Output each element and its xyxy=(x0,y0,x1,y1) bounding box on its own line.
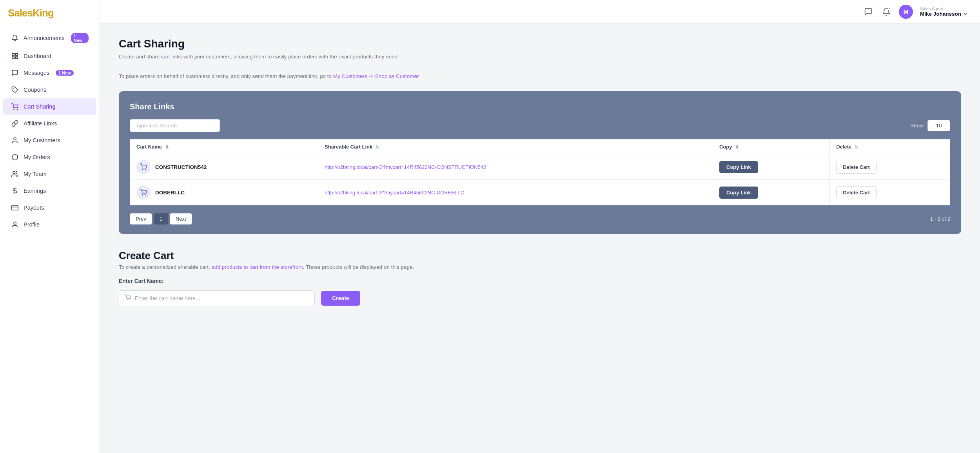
page-desc-line2: To place orders on behalf of customers d… xyxy=(119,72,961,81)
col-copy: Copy ⇅ xyxy=(713,140,830,154)
avatar[interactable]: M xyxy=(899,5,913,19)
col-shareable-link: Shareable Cart Link ⇅ xyxy=(318,140,713,154)
logo-text: SalesKing xyxy=(8,7,92,19)
svg-rect-3 xyxy=(12,57,14,59)
sidebar-item-profile[interactable]: Profile xyxy=(3,216,96,233)
cart-row-name-0: CONSTRUCTION542 xyxy=(155,164,207,170)
table-header-row: Cart Name ⇅ Shareable Cart Link ⇅ Copy ⇅ xyxy=(130,140,950,154)
show-row: Show 10 xyxy=(910,120,950,131)
sort-icon-copy: ⇅ xyxy=(735,145,739,149)
page-title: Cart Sharing xyxy=(119,38,961,50)
svg-point-6 xyxy=(17,109,18,110)
customers-link[interactable]: My Customers -> Shop as Customer xyxy=(333,73,419,79)
cart-name-input-wrap xyxy=(119,290,315,306)
topbar: M Sales Agent Mike Johansson xyxy=(100,0,980,24)
cart-row-name-1: DOBERLLC xyxy=(155,190,185,196)
share-links-title: Share Links xyxy=(130,102,950,111)
grid-icon xyxy=(11,52,19,60)
sidebar-item-cart-sharing[interactable]: Cart Sharing xyxy=(3,98,96,115)
pagination-row: Prev 1 Next 1 - 2 of 2 xyxy=(130,213,950,225)
search-show-row: Show 10 xyxy=(130,119,950,132)
cart-link-1[interactable]: http://b2bking.local/cart-3/?mycart=14R4… xyxy=(325,190,464,196)
sidebar: SalesKing Announcements 1 New Dashboard … xyxy=(0,0,100,453)
svg-rect-10 xyxy=(12,205,18,210)
copy-cell-1: Copy Link xyxy=(713,180,830,205)
show-count-input[interactable]: 10 xyxy=(927,120,950,131)
svg-point-18 xyxy=(130,300,130,300)
cart-name-cell-0: CONSTRUCTION542 xyxy=(130,154,318,180)
svg-point-16 xyxy=(145,195,146,196)
sidebar-item-affiliate-links[interactable]: Affiliate Links xyxy=(3,115,96,132)
sidebar-item-announcements[interactable]: Announcements 1 New xyxy=(3,29,96,47)
chat-icon[interactable] xyxy=(863,6,874,17)
box-icon xyxy=(11,153,19,161)
sidebar-item-my-orders[interactable]: My Orders xyxy=(3,149,96,165)
delete-cart-button-1[interactable]: Delete Cart xyxy=(836,186,877,199)
col-delete: Delete ⇅ xyxy=(830,140,950,154)
storefront-link[interactable]: add products to cart from the storefront xyxy=(211,264,303,270)
page-desc-line1: Create and share cart links with your cu… xyxy=(119,53,961,61)
cart-link-cell-1: http://b2bking.local/cart-3/?mycart=14R4… xyxy=(318,180,713,205)
svg-rect-2 xyxy=(16,57,18,59)
cart-link-0[interactable]: http://b2bking.local/cart-3/?mycart=14R4… xyxy=(325,164,486,170)
sidebar-item-label: Announcements xyxy=(24,35,65,41)
sidebar-item-label: My Team xyxy=(24,171,47,177)
sidebar-item-label: Cart Sharing xyxy=(24,103,55,110)
sort-icon-link: ⇅ xyxy=(376,145,379,149)
team-icon xyxy=(11,170,19,178)
svg-rect-0 xyxy=(12,53,14,55)
tag-icon xyxy=(11,86,19,94)
sidebar-item-dashboard[interactable]: Dashboard xyxy=(3,48,96,64)
page-content: Cart Sharing Create and share cart links… xyxy=(100,24,980,453)
next-button[interactable]: Next xyxy=(170,213,192,225)
table-row: CONSTRUCTION542 http://b2bking.local/car… xyxy=(130,154,950,180)
person-icon xyxy=(11,221,19,228)
sidebar-item-messages[interactable]: Messages 1 New xyxy=(3,65,96,81)
sidebar-item-my-team[interactable]: My Team xyxy=(3,166,96,182)
sidebar-item-label: My Orders xyxy=(24,154,50,160)
payout-icon xyxy=(11,204,19,212)
cart-link-cell-0: http://b2bking.local/cart-3/?mycart=14R4… xyxy=(318,154,713,180)
svg-point-7 xyxy=(14,138,16,140)
prev-button[interactable]: Prev xyxy=(130,213,152,225)
svg-point-13 xyxy=(142,169,143,170)
cart-name-input[interactable] xyxy=(135,291,309,306)
dollar-icon xyxy=(11,187,19,195)
svg-point-12 xyxy=(14,222,16,224)
bell-icon xyxy=(11,34,19,42)
sidebar-item-label: Dashboard xyxy=(24,53,51,59)
create-cart-desc: To create a personalized sharable cart, … xyxy=(119,264,961,270)
create-button[interactable]: Create xyxy=(321,291,360,306)
sidebar-item-coupons[interactable]: Coupons xyxy=(3,82,96,98)
sidebar-item-label: Payouts xyxy=(24,205,44,211)
delete-cart-button-0[interactable]: Delete Cart xyxy=(836,161,877,174)
sidebar-item-label: Affiliate Links xyxy=(24,120,57,127)
svg-point-5 xyxy=(14,109,15,110)
sidebar-item-my-customers[interactable]: My Customers xyxy=(3,132,96,149)
svg-point-14 xyxy=(145,169,146,170)
cart-icon xyxy=(11,103,19,111)
sidebar-nav: Announcements 1 New Dashboard Messages 1… xyxy=(0,25,100,453)
cart-row-icon-1 xyxy=(136,185,151,199)
page-1-button[interactable]: 1 xyxy=(154,213,168,225)
svg-point-17 xyxy=(127,300,127,300)
sidebar-item-label: Messages xyxy=(24,70,49,76)
logo-king: King xyxy=(33,7,54,19)
copy-link-button-0[interactable]: Copy Link xyxy=(719,161,758,173)
create-cart-title: Create Cart xyxy=(119,250,961,262)
cart-row-icon-0 xyxy=(136,160,151,174)
svg-point-8 xyxy=(13,171,15,174)
sort-icon-delete: ⇅ xyxy=(855,145,858,149)
sidebar-item-earnings[interactable]: Earnings xyxy=(3,183,96,199)
sidebar-item-payouts[interactable]: Payouts xyxy=(3,199,96,216)
sidebar-item-label: Profile xyxy=(24,221,40,228)
cart-input-icon xyxy=(125,294,131,302)
search-input[interactable] xyxy=(130,119,220,132)
notifications-icon[interactable] xyxy=(881,6,892,17)
link-icon xyxy=(11,120,19,127)
table-row: DOBERLLC http://b2bking.local/cart-3/?my… xyxy=(130,180,950,205)
svg-rect-1 xyxy=(16,53,18,55)
copy-link-button-1[interactable]: Copy Link xyxy=(719,187,758,199)
user-name[interactable]: Mike Johansson xyxy=(920,11,968,17)
col-cart-name: Cart Name ⇅ xyxy=(130,140,318,154)
